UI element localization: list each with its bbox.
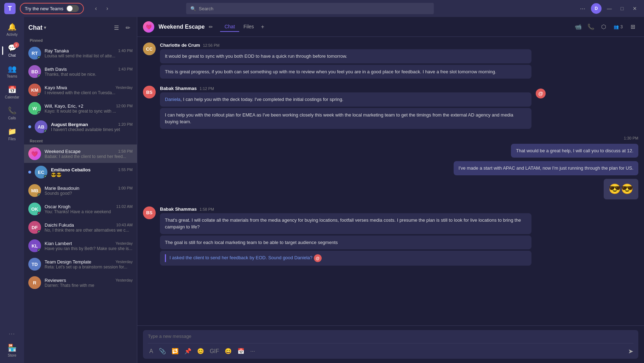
- search-bar[interactable]: 🔍 Search: [186, 3, 434, 14]
- loop-button[interactable]: 🔁: [170, 346, 180, 356]
- chat-item-will-group[interactable]: W Will, Kayo, Eric, +2 12:00 PM Kayo: It…: [24, 99, 137, 118]
- chat-item-oscar[interactable]: OK Oscar Krogh 11:02 AM You: Thanks! Hav…: [24, 200, 137, 218]
- babak-bubble-3: That's great. I will collate all the mat…: [160, 213, 531, 234]
- sidebar-item-chat[interactable]: 2 💬 Chat: [2, 41, 22, 60]
- messages-area[interactable]: CC Charlotte de Crum 12:56 PM It would b…: [137, 37, 644, 325]
- message-group-charlotte: CC Charlotte de Crum 12:56 PM It would b…: [143, 42, 638, 80]
- ray-tanaka-time: 1:40 PM: [118, 49, 133, 53]
- calendar-icon: 📅: [8, 85, 16, 94]
- send-button[interactable]: ➤: [628, 347, 633, 355]
- self-bubble-1: That would be a great help, I will call …: [511, 144, 638, 158]
- sidebar-item-store[interactable]: 🏪 Store: [2, 341, 22, 360]
- ray-tanaka-preview: Louisa will send the initial list of att…: [45, 53, 133, 58]
- main-layout: 🔔 Activity 2 💬 Chat 👥 Teams 📅 Calendar 📞…: [0, 17, 644, 363]
- sidebar-label-teams: Teams: [7, 74, 17, 78]
- input-toolbar: A 📎 🔁 📌 😊 GIF 😄 📅 ··· ➤: [148, 343, 633, 356]
- back-button[interactable]: ‹: [91, 4, 101, 13]
- edit-group-name-button[interactable]: ✏: [209, 24, 213, 30]
- chat-item-team-design[interactable]: TD Team Design Template Yesterday Reta: …: [24, 255, 137, 273]
- weekend-escape-name: Weekend Escape: [45, 149, 81, 154]
- chat-item-reviewers[interactable]: R Reviewers Yesterday Darren: Thats fine…: [24, 273, 137, 292]
- chat-list-actions: ☰ ✏: [111, 23, 133, 33]
- august-bergman-time: 1:20 PM: [118, 122, 133, 126]
- new-teams-toggle[interactable]: [66, 5, 79, 12]
- chat-list-scroll[interactable]: Pinned RT Ray Tanaka 1:40 PM Louisa will…: [24, 35, 137, 363]
- oscar-preview: You: Thanks! Have a nice weekend: [45, 209, 133, 214]
- chat-list-header: Chat ▾ ☰ ✏: [24, 17, 137, 35]
- tab-chat[interactable]: Chat: [220, 22, 239, 32]
- emiliano-info: Emiliano Ceballos 1:55 PM 😎😎: [51, 167, 133, 177]
- chat-item-kayo-miwa[interactable]: KM Kayo Miwa Yesterday I reviewed with t…: [24, 81, 137, 99]
- chat-item-august-bergman[interactable]: AB August Bergman 1:20 PM I haven't chec…: [24, 118, 137, 136]
- chat-item-beth-davis[interactable]: BD Beth Davis 1:43 PM Thanks, that would…: [24, 62, 137, 81]
- beth-davis-info: Beth Davis 1:43 PM Thanks, that would be…: [45, 67, 133, 77]
- calls-icon: 📞: [8, 106, 16, 115]
- more-options-button[interactable]: ···: [577, 4, 588, 14]
- title-bar: T Try the new Teams ‹ › 🔍 Search ··· D —…: [0, 0, 644, 17]
- filter-button[interactable]: ☰: [111, 23, 121, 33]
- paperclip-button[interactable]: 📌: [183, 346, 193, 356]
- chat-item-emiliano[interactable]: EC Emiliano Ceballos 1:55 PM 😎😎: [24, 163, 137, 181]
- daichi-avatar: DF: [28, 221, 41, 234]
- attach-button[interactable]: 📎: [157, 346, 167, 356]
- add-tab-button[interactable]: +: [258, 22, 267, 32]
- audio-call-button[interactable]: 📞: [585, 21, 597, 33]
- beth-davis-avatar: BD: [28, 65, 41, 78]
- sidebar-item-files[interactable]: 📁 Files: [2, 124, 22, 144]
- team-design-time: Yesterday: [115, 260, 133, 264]
- reviewers-info: Reviewers Yesterday Darren: Thats fine w…: [45, 278, 133, 288]
- mention-daniela-1: Daniela: [165, 97, 180, 102]
- screen-share-button[interactable]: ⬡: [598, 21, 609, 33]
- video-call-button[interactable]: 📹: [573, 21, 584, 33]
- participants-button[interactable]: 👥 3: [611, 23, 626, 31]
- sidebar-item-activity[interactable]: 🔔 Activity: [2, 20, 22, 39]
- sidebar-item-calendar[interactable]: 📅 Calendar: [2, 83, 22, 102]
- marie-preview: Sounds good?: [45, 191, 133, 196]
- self-messages-group: 1:30 PM That would be a great help, I wi…: [143, 136, 638, 201]
- chat-list-title[interactable]: Chat ▾: [28, 24, 46, 32]
- babak-sender-2: Babak Shammas: [160, 206, 197, 212]
- charlotte-time: 12:56 PM: [203, 43, 219, 47]
- beth-davis-time: 1:43 PM: [118, 67, 133, 71]
- more-chat-options-button[interactable]: ⊞: [627, 21, 638, 33]
- chat-item-weekend-escape[interactable]: 💗 Weekend Escape 1:58 PM Babak: I asked …: [24, 144, 137, 163]
- babak-bubble-1: Daniela, I can help you with the deck to…: [160, 92, 531, 107]
- close-button[interactable]: ✕: [630, 4, 640, 13]
- chat-item-daichi[interactable]: DF Daichi Fukuda 10:43 AM No, I think th…: [24, 218, 137, 237]
- weekend-escape-header-avatar: 💗: [143, 21, 154, 33]
- kian-time: Yesterday: [115, 241, 133, 245]
- kayo-miwa-info: Kayo Miwa Yesterday I reviewed with the …: [45, 85, 133, 95]
- gif-button[interactable]: GIF: [208, 347, 221, 356]
- new-chat-button[interactable]: ✏: [123, 23, 133, 33]
- chat-item-ray-tanaka[interactable]: RT Ray Tanaka 1:40 PM Louisa will send t…: [24, 44, 137, 62]
- user-avatar[interactable]: D: [591, 3, 602, 14]
- babak-msg-avatar-2: BS: [143, 206, 156, 219]
- try-new-teams-button[interactable]: Try the new Teams: [20, 3, 84, 14]
- emiliano-status: [44, 175, 47, 178]
- sidebar-item-more[interactable]: ···: [2, 327, 22, 341]
- maximize-button[interactable]: □: [617, 4, 627, 13]
- babak-time-2: 1:58 PM: [200, 207, 214, 211]
- august-bergman-name: August Bergman: [51, 122, 88, 127]
- chat-item-kian[interactable]: KL Kian Lambert Yesterday Have you ran t…: [24, 237, 137, 255]
- nav-arrows: ‹ ›: [91, 4, 112, 13]
- tab-files[interactable]: Files: [239, 22, 258, 32]
- chat-item-marie[interactable]: MB Marie Beaudouin 1:00 PM Sounds good?: [24, 181, 137, 200]
- message-input-area: A 📎 🔁 📌 😊 GIF 😄 📅 ··· ➤: [137, 325, 644, 363]
- beth-davis-status: [38, 74, 41, 78]
- sidebar-item-teams[interactable]: 👥 Teams: [2, 62, 22, 81]
- emiliano-time: 1:55 PM: [118, 168, 133, 172]
- format-button[interactable]: A: [148, 347, 155, 356]
- emoji-button[interactable]: 😊: [196, 346, 206, 356]
- message-input[interactable]: [148, 334, 633, 339]
- forward-button[interactable]: ›: [102, 4, 112, 13]
- weekend-escape-info: Weekend Escape 1:58 PM Babak: I asked th…: [45, 149, 133, 159]
- sticker-button[interactable]: 😄: [223, 346, 233, 356]
- babak-msg-content-1: Babak Shammas 1:12 PM Daniela, I can hel…: [160, 86, 531, 130]
- minimize-button[interactable]: —: [604, 4, 614, 13]
- ray-tanaka-avatar: RT: [28, 47, 41, 59]
- recent-section-label: Recent: [24, 136, 137, 144]
- more-input-options-button[interactable]: ···: [249, 347, 256, 356]
- schedule-button[interactable]: 📅: [236, 346, 246, 356]
- sidebar-item-calls[interactable]: 📞 Calls: [2, 103, 22, 123]
